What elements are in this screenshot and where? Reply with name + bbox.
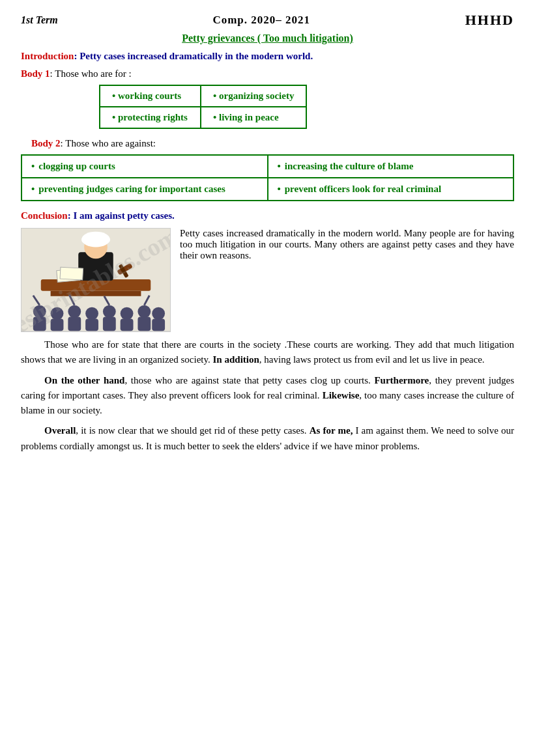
svg-rect-22 xyxy=(121,318,134,331)
svg-rect-8 xyxy=(60,267,83,280)
svg-rect-14 xyxy=(51,318,64,331)
term-label: 1st Term xyxy=(21,14,58,26)
body1-cell-organizing-society: organizing society xyxy=(201,85,306,107)
intro-text: : Petty cases increased dramatically in … xyxy=(74,51,313,61)
svg-point-21 xyxy=(121,307,134,320)
body2-cell-preventing-judges: •preventing judges caring for important … xyxy=(22,178,268,201)
intro-label: Introduction xyxy=(21,51,74,61)
paragraph4: Overall, it is now clear that we should … xyxy=(21,423,514,454)
comp-year: Comp. 2020– 2021 xyxy=(212,14,310,27)
school-code: HHHD xyxy=(465,12,514,29)
bold-as-for-me: As for me, xyxy=(310,425,353,436)
body2-heading: Body 2: Those who are against: xyxy=(31,138,514,149)
introduction-line: Introduction: Petty cases increased dram… xyxy=(21,51,514,62)
paragraph3: On the other hand, those who are against… xyxy=(21,373,514,419)
body2-cell-clogging: •clogging up courts xyxy=(22,155,268,178)
page-title: Petty grievances ( Too much litigation) xyxy=(21,33,514,44)
svg-point-17 xyxy=(85,307,98,320)
illustration-image: eslprintables.com xyxy=(21,228,171,332)
svg-point-11 xyxy=(33,305,46,318)
body1-cell-working-courts: working courts xyxy=(100,85,201,107)
svg-rect-12 xyxy=(33,316,46,331)
svg-rect-6 xyxy=(81,237,110,244)
body1-table: working courts organizing society protec… xyxy=(99,85,307,129)
table-row: protecting rights living in peace xyxy=(100,107,306,128)
conclusion-text: : I am against petty cases. xyxy=(68,210,175,221)
bold-overall: Overall xyxy=(44,425,76,436)
bold-in-addition: In addition xyxy=(213,354,259,365)
content-with-image: eslprintables.com Petty cases increased … xyxy=(21,228,514,332)
svg-rect-26 xyxy=(152,318,165,331)
paragraph2: Those who are for state that there are c… xyxy=(21,337,514,368)
body2-heading-text: : Those who are against: xyxy=(61,138,156,148)
bold-furthermore: Furthermore xyxy=(374,375,429,385)
svg-rect-16 xyxy=(68,316,81,331)
conclusion-line: Conclusion: I am against petty cases. xyxy=(21,210,514,221)
body2-table: •clogging up courts •increasing the cult… xyxy=(21,154,514,201)
bold-on-other-hand: On the other hand xyxy=(44,375,124,385)
table-row: •clogging up courts •increasing the cult… xyxy=(22,155,513,178)
paragraph1-text: Petty cases increased dramatically in th… xyxy=(180,228,514,332)
svg-rect-24 xyxy=(137,316,151,331)
body1-cell-protecting-rights: protecting rights xyxy=(100,107,201,128)
body2-label: Body 2 xyxy=(31,138,61,148)
svg-point-15 xyxy=(68,305,81,318)
table-row: •preventing judges caring for important … xyxy=(22,178,513,201)
bold-likewise: Likewise xyxy=(323,390,360,400)
svg-rect-20 xyxy=(103,316,116,331)
body2-cell-prevent-officers: •prevent officers look for real criminal xyxy=(268,178,514,201)
svg-point-25 xyxy=(152,307,165,320)
body1-cell-living-in-peace: living in peace xyxy=(201,107,306,128)
body1-heading-text: : Those who are for : xyxy=(50,68,132,79)
svg-rect-18 xyxy=(85,318,98,331)
body2-cell-culture-of-blame: •increasing the culture of blame xyxy=(268,155,514,178)
svg-point-23 xyxy=(137,305,151,318)
svg-rect-2 xyxy=(51,291,141,296)
svg-point-19 xyxy=(103,305,116,318)
body1-heading: Body 1: Those who are for : xyxy=(21,68,514,79)
body1-label: Body 1 xyxy=(21,68,50,79)
table-row: working courts organizing society xyxy=(100,85,306,107)
conclusion-label: Conclusion xyxy=(21,210,68,221)
svg-point-13 xyxy=(51,307,64,320)
page-header: 1st Term Comp. 2020– 2021 HHHD xyxy=(21,12,514,29)
